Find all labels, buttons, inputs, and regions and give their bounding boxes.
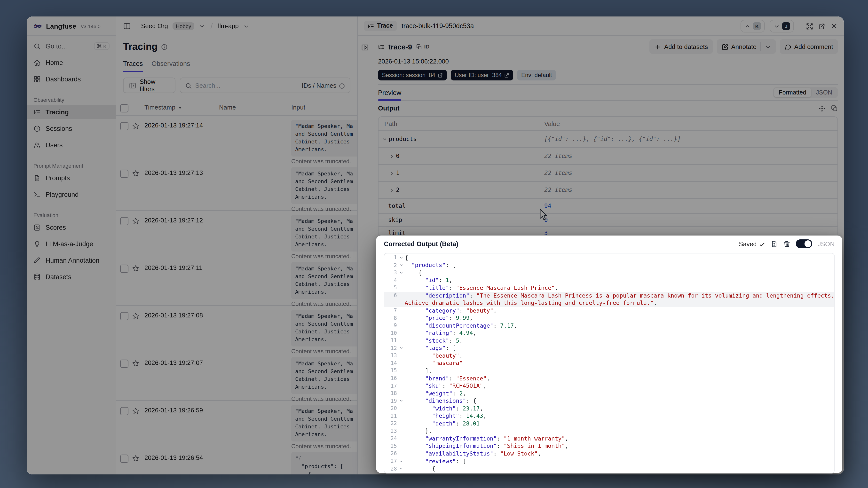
fold-chevron-icon[interactable] bbox=[398, 256, 405, 260]
line-number: 23 bbox=[384, 428, 398, 434]
line-number: 2 bbox=[384, 262, 398, 269]
line-number: 26 bbox=[384, 451, 398, 457]
corrected-output-panel: Corrected Output (Beta) Saved JSON 1{2 "… bbox=[376, 236, 842, 473]
json-toggle[interactable] bbox=[796, 239, 812, 248]
code-line[interactable]: 13 "beauty", bbox=[384, 352, 834, 359]
check-icon bbox=[759, 241, 766, 247]
code-line[interactable]: Achieve dramatic lashes with this long-l… bbox=[384, 299, 834, 307]
code-line[interactable]: 16 "brand": "Essence", bbox=[384, 375, 834, 382]
line-number: 9 bbox=[384, 322, 398, 329]
chevron-down-icon bbox=[399, 346, 403, 350]
fold-chevron-icon[interactable] bbox=[398, 271, 405, 275]
code-line[interactable]: 23 }, bbox=[384, 427, 834, 435]
line-number: 6 bbox=[384, 292, 398, 299]
code-line[interactable]: 1{ bbox=[384, 254, 834, 262]
line-number: 12 bbox=[384, 345, 398, 352]
chevron-down-icon bbox=[399, 399, 403, 403]
line-number: 7 bbox=[384, 307, 398, 313]
saved-label: Saved bbox=[739, 240, 757, 247]
line-number: 19 bbox=[384, 398, 398, 404]
chevron-down-icon bbox=[399, 459, 403, 463]
code-line[interactable]: 24 "warrantyInformation": "1 month warra… bbox=[384, 435, 834, 442]
line-number: 27 bbox=[384, 458, 398, 464]
corrected-output-title: Corrected Output (Beta) bbox=[384, 240, 459, 247]
line-number: 28 bbox=[384, 465, 398, 472]
json-code-editor[interactable]: 1{2 "products": [3 {4 "id": 1,5 "title":… bbox=[384, 253, 835, 474]
code-line[interactable]: 15 ], bbox=[384, 367, 834, 374]
line-number: 1 bbox=[384, 255, 398, 261]
chevron-down-icon bbox=[399, 271, 403, 275]
code-line[interactable]: 20 "width": 23.17, bbox=[384, 405, 834, 412]
line-number: 3 bbox=[384, 270, 398, 276]
code-line[interactable]: 14 "mascara" bbox=[384, 359, 834, 367]
line-number: 18 bbox=[384, 390, 398, 396]
code-line[interactable]: 18 "weight": 2, bbox=[384, 390, 834, 397]
line-number: 13 bbox=[384, 353, 398, 359]
fold-chevron-icon[interactable] bbox=[398, 467, 405, 470]
saved-status: Saved bbox=[739, 240, 766, 247]
code-line[interactable]: 3 { bbox=[384, 269, 834, 276]
code-line[interactable]: 28 { bbox=[384, 465, 834, 472]
line-number: 11 bbox=[384, 338, 398, 344]
line-number: 17 bbox=[384, 383, 398, 389]
code-line[interactable]: 10 "rating": 4.94, bbox=[384, 329, 834, 337]
code-line[interactable]: 7 "category": "beauty", bbox=[384, 307, 834, 314]
line-number: 20 bbox=[384, 405, 398, 411]
screen: Langfuse v3.146.0 Go to...KHomeDashboard… bbox=[0, 0, 868, 488]
code-line[interactable]: 11 "stock": 5, bbox=[384, 337, 834, 344]
chevron-down-icon bbox=[399, 467, 403, 470]
code-line[interactable]: 6 "description": "The Essence Mascara La… bbox=[384, 292, 834, 299]
code-line[interactable]: 22 "depth": 28.01 bbox=[384, 420, 834, 427]
line-number: 21 bbox=[384, 413, 398, 419]
json-toggle-label: JSON bbox=[818, 240, 835, 247]
file-diff-icon bbox=[771, 241, 778, 248]
code-line[interactable]: 2 "products": [ bbox=[384, 262, 834, 269]
toggle-knob bbox=[805, 240, 811, 247]
line-number: 8 bbox=[384, 315, 398, 321]
line-number: 5 bbox=[384, 285, 398, 291]
fold-chevron-icon[interactable] bbox=[398, 399, 405, 403]
code-line[interactable]: 25 "shippingInformation": "Ships in 1 mo… bbox=[384, 442, 834, 450]
trash-icon bbox=[783, 241, 791, 248]
code-line[interactable]: 17 "sku": "RCH45Q1A", bbox=[384, 382, 834, 390]
file-diff-icon[interactable] bbox=[771, 239, 778, 248]
chevron-down-icon bbox=[399, 264, 403, 267]
fold-chevron-icon[interactable] bbox=[398, 264, 405, 267]
corrected-output-header: Corrected Output (Beta) Saved JSON bbox=[376, 236, 842, 252]
code-line[interactable]: 4 "id": 1, bbox=[384, 276, 834, 284]
code-line[interactable]: 21 "height": 14.43, bbox=[384, 412, 834, 420]
trash-icon[interactable] bbox=[783, 239, 791, 248]
code-line[interactable]: 27 "reviews": [ bbox=[384, 457, 834, 465]
code-line[interactable]: 19 "dimensions": { bbox=[384, 397, 834, 405]
code-line[interactable]: 12 "tags": [ bbox=[384, 344, 834, 352]
fold-chevron-icon[interactable] bbox=[398, 459, 405, 463]
line-number: 22 bbox=[384, 420, 398, 427]
code-line[interactable]: 9 "discountPercentage": 7.17, bbox=[384, 322, 834, 329]
line-number: 15 bbox=[384, 368, 398, 374]
chevron-down-icon bbox=[399, 256, 403, 260]
code-line[interactable]: 5 "title": "Essence Mascara Lash Prince"… bbox=[384, 284, 834, 292]
code-line[interactable]: 8 "price": 9.99, bbox=[384, 314, 834, 322]
line-number: 16 bbox=[384, 375, 398, 382]
check-icon bbox=[759, 240, 766, 247]
line-number: 25 bbox=[384, 443, 398, 449]
fold-chevron-icon[interactable] bbox=[398, 346, 405, 350]
line-number: 14 bbox=[384, 360, 398, 366]
code-line[interactable]: 26 "availabilityStatus": "Low Stock", bbox=[384, 450, 834, 457]
line-number: 24 bbox=[384, 435, 398, 442]
line-number: 4 bbox=[384, 277, 398, 283]
line-number: 10 bbox=[384, 330, 398, 336]
